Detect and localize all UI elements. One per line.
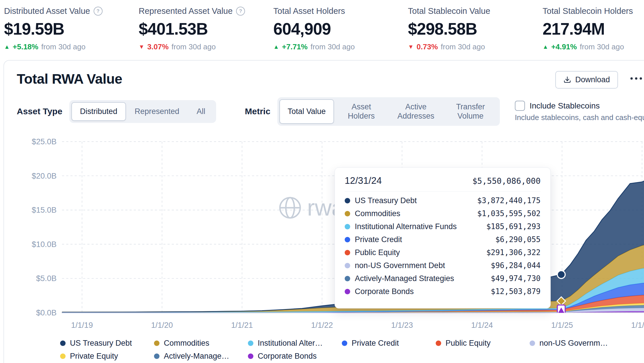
legend-label: Public Equity [446, 339, 491, 348]
legend-color-dot [154, 340, 159, 346]
legend-color-dot [530, 340, 535, 346]
help-icon[interactable]: ? [94, 7, 103, 16]
legend-item[interactable]: Actively-Manage… [154, 352, 248, 361]
legend-label: Private Credit [352, 339, 399, 348]
tooltip-row: Actively-Managed Strategies$49,974,730 [345, 274, 541, 283]
stat-card: Total Stablecoin Value$298.58B▼0.73%from… [408, 6, 543, 51]
tooltip-series-value: $96,284,044 [491, 261, 541, 270]
tooltip-row: Corporate Bonds$12,503,879 [345, 287, 541, 296]
stat-delta-percent: +4.91% [551, 42, 577, 51]
stat-delta: ▲+4.91%from 30d ago [543, 42, 644, 51]
stat-value: 604,909 [273, 19, 408, 38]
tooltip-series-name: Commodities [355, 209, 400, 218]
series-color-dot [345, 198, 350, 203]
asset-type-option-represented[interactable]: Represented [126, 102, 188, 121]
stat-delta: ▲+7.71%from 30d ago [273, 42, 408, 51]
stat-delta-period: from 30d ago [580, 42, 624, 51]
stat-delta: ▼0.73%from 30d ago [408, 42, 543, 51]
asset-type-option-distributed[interactable]: Distributed [71, 102, 126, 121]
stat-card: Total Stablecoin Holders217.94M▲+4.91%fr… [543, 6, 644, 51]
legend-item[interactable]: US Treasury Debt [60, 339, 154, 348]
svg-text:1/1/20: 1/1/20 [151, 321, 173, 330]
stat-label: Distributed Asset Value [4, 6, 90, 16]
chart-controls: Asset Type DistributedRepresentedAll Met… [17, 97, 644, 126]
tooltip-series-value: $291,306,322 [486, 248, 541, 257]
card-title: Total RWA Value [17, 71, 644, 87]
svg-text:1/1/19: 1/1/19 [71, 321, 93, 330]
legend-item[interactable]: Institutional Alter… [248, 339, 342, 348]
arrow-up-icon: ▲ [4, 44, 10, 50]
tooltip-series-name: Private Credit [355, 235, 402, 244]
stat-delta-percent: 3.07% [147, 42, 169, 51]
tooltip-rows: US Treasury Debt$3,872,440,175Commoditie… [345, 196, 541, 296]
series-color-dot [345, 276, 350, 281]
svg-text:$20.0B: $20.0B [32, 171, 57, 180]
tooltip-total: $5,550,086,000 [472, 176, 541, 186]
legend-item[interactable]: Commodities [154, 339, 248, 348]
asset-type-segmented-control: DistributedRepresentedAll [69, 100, 216, 123]
stat-value: $298.58B [408, 19, 543, 38]
download-icon [563, 76, 571, 84]
download-button[interactable]: Download [555, 71, 618, 89]
metric-option-transfer-volume[interactable]: Transfer Volume [443, 99, 498, 124]
asset-type-label: Asset Type [17, 106, 62, 116]
arrow-down-icon: ▼ [139, 44, 144, 50]
tooltip-series-value: $3,872,440,175 [477, 196, 541, 205]
legend-label: Commodities [164, 339, 209, 348]
svg-text:1/1/23: 1/1/23 [391, 321, 413, 330]
metric-option-active-addresses[interactable]: Active Addresses [389, 99, 443, 124]
svg-text:1/1/21: 1/1/21 [231, 321, 253, 330]
tooltip-series-name: Public Equity [355, 248, 400, 257]
stat-delta-percent: +7.71% [282, 42, 308, 51]
metric-option-total-value[interactable]: Total Value [279, 99, 334, 124]
stat-label: Represented Asset Value [139, 6, 233, 16]
stat-card: Distributed Asset Value?$19.59B▲+5.18%fr… [4, 6, 139, 51]
svg-text:1/1/22: 1/1/22 [311, 321, 333, 330]
tooltip-series-name: US Treasury Debt [355, 196, 417, 205]
stat-delta-period: from 30d ago [172, 42, 216, 51]
svg-text:1/1/26: 1/1/26 [631, 321, 644, 330]
stat-label: Total Stablecoin Holders [543, 6, 633, 16]
legend-color-dot [248, 340, 253, 346]
more-options-icon[interactable] [630, 77, 642, 80]
stat-value: $401.53B [139, 19, 273, 38]
legend-item[interactable]: non-US Governm… [530, 339, 623, 348]
metric-segmented-control: Total ValueAsset HoldersActive Addresses… [277, 97, 500, 126]
legend-item[interactable]: Corporate Bonds [248, 352, 342, 361]
series-color-dot [345, 211, 350, 216]
stat-delta-period: from 30d ago [441, 42, 485, 51]
legend-label: non-US Governm… [539, 339, 608, 348]
tooltip-row: non-US Government Debt$96,284,044 [345, 261, 541, 270]
svg-text:1/1/24: 1/1/24 [471, 321, 493, 330]
legend-item[interactable]: Public Equity [436, 339, 530, 348]
series-color-dot [345, 263, 350, 268]
chart-legend: US Treasury DebtCommoditiesInstitutional… [60, 339, 644, 361]
legend-item[interactable]: Private Equity [60, 352, 154, 361]
tooltip-series-name: Corporate Bonds [355, 287, 414, 296]
series-color-dot [345, 250, 350, 255]
arrow-up-icon: ▲ [273, 44, 279, 50]
legend-label: Private Equity [70, 352, 118, 361]
help-icon[interactable]: ? [236, 7, 245, 16]
legend-color-dot [436, 340, 441, 346]
stat-delta: ▼3.07%from 30d ago [139, 42, 273, 51]
include-stablecoins-label: Include Stablecoins [530, 101, 600, 111]
svg-text:$25.0B: $25.0B [32, 137, 57, 146]
tooltip-row: US Treasury Debt$3,872,440,175 [345, 196, 541, 205]
download-label: Download [575, 75, 610, 84]
asset-type-option-all[interactable]: All [188, 102, 214, 121]
legend-color-dot [60, 340, 66, 346]
chart-area: rwa.xyz $0.0B$5.0B$10.0B$15.0B$20.0B$25.… [17, 137, 644, 332]
tooltip-row: Institutional Alternative Funds$185,691,… [345, 222, 541, 231]
tooltip-series-value: $49,974,730 [491, 274, 541, 283]
series-color-dot [345, 289, 350, 294]
legend-item[interactable]: Private Credit [342, 339, 436, 348]
tooltip-row: Commodities$1,035,595,502 [345, 209, 541, 218]
tooltip-row: Private Credit$6,290,055 [345, 235, 541, 244]
tooltip-series-name: Actively-Managed Strategies [355, 274, 454, 283]
chart-tooltip: 12/31/24 $5,550,086,000 US Treasury Debt… [335, 167, 551, 308]
include-stablecoins-checkbox[interactable] [515, 101, 525, 111]
tooltip-series-value: $12,503,879 [491, 287, 541, 296]
tooltip-row: Public Equity$291,306,322 [345, 248, 541, 257]
metric-option-asset-holders[interactable]: Asset Holders [334, 99, 389, 124]
